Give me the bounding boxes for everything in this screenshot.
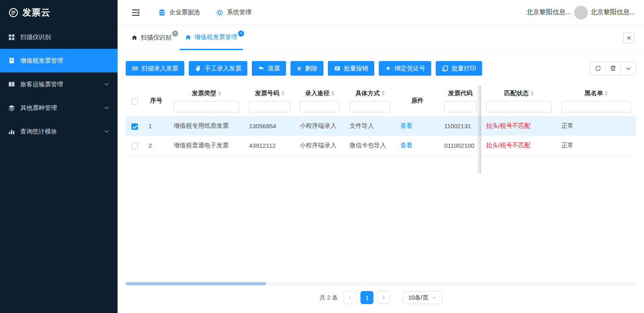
filter-blacklist-input[interactable] xyxy=(561,101,631,112)
tab-vat-invoice-management[interactable]: 增值税发票管理 × xyxy=(179,25,243,50)
company-name: 北京黎阳信息... xyxy=(526,8,571,17)
button-label: 扫描录入发票 xyxy=(142,65,178,72)
batch-print-button[interactable]: 批量打印 xyxy=(436,61,482,76)
view-original-link[interactable]: 查看 xyxy=(400,142,413,149)
header-specific-method: 具体方式 xyxy=(345,85,395,116)
button-label: 删除 xyxy=(305,65,317,72)
invoice-receipt-icon xyxy=(8,57,15,64)
cell-invoice-code: 11002131 xyxy=(439,116,481,136)
row-checkbox[interactable] xyxy=(131,143,138,149)
avatar[interactable] xyxy=(574,6,588,20)
header-invoice-code: 发票代码 xyxy=(439,85,481,116)
fixed-columns-panel xyxy=(481,155,636,173)
table-row[interactable]: 1 增值税专用纸质发票 13056854 小程序端录入 文件导入 查看 1100… xyxy=(126,116,636,136)
tab-label: 扫描仪识别 xyxy=(141,34,171,42)
app-title: 发票云 xyxy=(22,7,50,19)
cell-invoice-number: 43912112 xyxy=(244,136,295,155)
sidebar-item-scanner-recognition[interactable]: 扫描仪识别 xyxy=(0,25,118,49)
sidebar-item-query-statistics[interactable]: 查询统计模块 xyxy=(0,120,118,143)
chevron-down-icon xyxy=(625,66,631,72)
filter-invoice-type-input[interactable] xyxy=(174,101,239,112)
next-page-button[interactable] xyxy=(377,291,390,304)
table-row[interactable]: 2 增值税普通电子发票 43912112 小程序端录入 微信卡包导入 查看 01… xyxy=(126,136,636,155)
select-all-checkbox[interactable] xyxy=(131,98,138,105)
refresh-button[interactable] xyxy=(590,62,605,75)
close-icon[interactable]: × xyxy=(172,31,178,37)
button-label: 绑定凭证号 xyxy=(395,65,425,72)
page-size-select[interactable]: 10条/页 xyxy=(403,291,442,304)
column-label: 匹配状态 xyxy=(504,90,529,97)
scrollbar-thumb[interactable] xyxy=(126,282,266,285)
view-original-link[interactable]: 查看 xyxy=(400,122,413,129)
refund-ticket-button[interactable]: 退票 xyxy=(252,61,286,76)
layers-icon xyxy=(8,105,15,112)
undo-arrow-icon xyxy=(258,65,264,72)
header-entry-channel: 录入途径 xyxy=(295,85,345,116)
filter-entry-channel-input[interactable] xyxy=(300,101,340,112)
trash-icon xyxy=(610,65,616,72)
header-original: 原件 xyxy=(395,85,439,116)
sort-icon[interactable] xyxy=(530,91,534,96)
tab-label: 增值税发票管理 xyxy=(194,33,237,41)
cell-match-status: 抬头/税号不匹配 xyxy=(481,136,557,155)
cell-checkbox xyxy=(126,136,144,155)
page-1-button[interactable]: 1 xyxy=(360,291,373,304)
sidebar-item-other-tickets[interactable]: 其他票种管理 xyxy=(0,96,118,120)
row-checkbox[interactable] xyxy=(131,123,138,130)
batch-reimburse-button[interactable]: 批量报销 xyxy=(328,61,374,76)
filter-specific-method-input[interactable] xyxy=(349,101,391,112)
sidebar-menu: 扫描仪识别 增值税发票管理 旅客运输票管理 其他票种管理 查询统计模块 xyxy=(0,25,118,143)
sort-icon[interactable] xyxy=(605,91,608,96)
hand-icon xyxy=(195,65,201,72)
horizontal-scrollbar[interactable] xyxy=(126,282,636,285)
button-label: 手工录入发票 xyxy=(205,65,241,72)
topbar-right: 北京黎阳信息... 北京黎阳信息... xyxy=(526,6,635,20)
clear-button[interactable] xyxy=(605,62,620,75)
page-size-value: 10条/页 xyxy=(408,294,428,302)
bind-voucher-number-button[interactable]: 绑定凭证号 xyxy=(379,61,431,76)
column-settings-button[interactable] xyxy=(620,62,635,75)
close-tabs-button[interactable] xyxy=(623,33,634,43)
cell-specific-method: 文件导入 xyxy=(345,116,395,136)
sidebar-collapse-button[interactable] xyxy=(130,7,142,19)
filter-invoice-number-input[interactable] xyxy=(249,101,290,112)
chevron-down-icon xyxy=(104,105,109,111)
column-label: 录入途径 xyxy=(305,90,330,97)
sort-icon[interactable] xyxy=(218,91,221,96)
cell-match-status: 抬头/税号不匹配 xyxy=(481,116,557,136)
topbar: 企业票据池 系统管理 北京黎阳信息... 北京黎阳信息... xyxy=(118,0,644,25)
home-icon xyxy=(131,35,138,41)
prev-page-button[interactable] xyxy=(344,291,357,304)
sort-icon[interactable] xyxy=(382,91,385,96)
filter-match-status-input[interactable] xyxy=(486,101,552,112)
close-icon[interactable]: × xyxy=(238,31,244,37)
sort-icon[interactable] xyxy=(331,91,334,96)
user-name[interactable]: 北京黎阳信息... xyxy=(591,8,635,17)
sidebar-item-vat-invoice[interactable]: 增值税发票管理 xyxy=(0,49,118,72)
sidebar-item-passenger-transport[interactable]: 旅客运输票管理 xyxy=(0,72,118,96)
table-tools-group xyxy=(590,61,636,75)
bar-chart-icon xyxy=(8,128,15,135)
app-window: 发票云 扫描仪识别 增值税发票管理 旅客运输票管理 其他票种管理 xyxy=(0,0,644,313)
sidebar-item-label: 旅客运输票管理 xyxy=(20,81,63,88)
header-match-status: 匹配状态 xyxy=(481,85,557,116)
column-label: 序号 xyxy=(150,97,162,105)
app-logo: 发票云 xyxy=(0,0,118,25)
button-label: 批量打印 xyxy=(452,65,476,72)
cell-entry-channel: 小程序端录入 xyxy=(295,136,345,155)
tab-scanner-recognition[interactable]: 扫描仪识别 × xyxy=(126,25,177,50)
cell-no: 1 xyxy=(144,116,169,136)
sort-icon[interactable] xyxy=(281,91,284,96)
scan-entry-invoice-button[interactable]: 扫描录入发票 xyxy=(126,61,184,76)
filter-invoice-code-input[interactable] xyxy=(444,101,476,112)
sidebar: 发票云 扫描仪识别 增值税发票管理 旅客运输票管理 其他票种管理 xyxy=(0,0,118,313)
cell-invoice-type: 增值税专用纸质发票 xyxy=(169,116,244,136)
pagination-total: 共 2 条 xyxy=(319,294,338,302)
cell-original: 查看 xyxy=(395,116,439,136)
manual-entry-invoice-button[interactable]: 手工录入发票 xyxy=(189,61,247,76)
tab-bar: 扫描仪识别 × 增值税发票管理 × xyxy=(118,25,644,50)
top-nav-system-management[interactable]: 系统管理 xyxy=(216,9,251,16)
top-nav-bill-pool[interactable]: 企业票据池 xyxy=(158,9,200,16)
column-label: 发票类型 xyxy=(192,90,216,97)
delete-button[interactable]: 删除 xyxy=(290,61,323,76)
